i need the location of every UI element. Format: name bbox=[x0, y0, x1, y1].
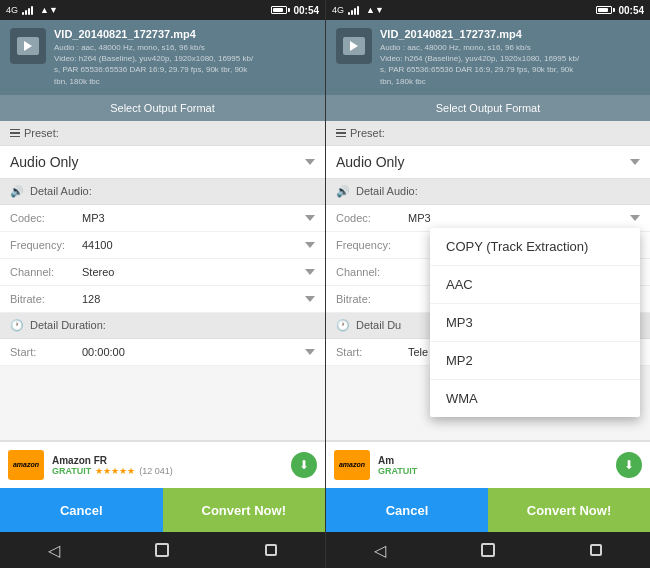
speaker-icon-2: 🔊 bbox=[336, 185, 350, 198]
ad-count-1: (12 041) bbox=[139, 466, 173, 476]
cancel-button-1[interactable]: Cancel bbox=[0, 488, 163, 532]
preset-label-2: Preset: bbox=[350, 127, 385, 139]
ad-content-1: Amazon FR GRATUIT ★★★★★ (12 041) bbox=[52, 455, 283, 476]
channel-label-2: Channel: bbox=[336, 266, 408, 278]
dropdown-item-mp3[interactable]: MP3 bbox=[430, 304, 640, 342]
preset-value-row-2[interactable]: Audio Only bbox=[326, 146, 650, 179]
network-type-1: 4G bbox=[6, 5, 18, 15]
signal-bar-4 bbox=[31, 6, 33, 15]
select-format-btn-1[interactable]: Select Output Format bbox=[0, 95, 325, 121]
signal-bar-7 bbox=[354, 8, 356, 15]
status-right-2: 00:54 bbox=[596, 5, 644, 16]
codec-label-2: Codec: bbox=[336, 212, 408, 224]
bitrate-value-1: 128 bbox=[82, 293, 305, 305]
ad-subtitle-1: GRATUIT bbox=[52, 466, 91, 476]
detail-audio-header-1: 🔊 Detail Audio: bbox=[0, 179, 325, 205]
status-left-2: 4G ▲▼ bbox=[332, 5, 384, 15]
preset-dropdown-arrow-2 bbox=[630, 159, 640, 165]
frequency-dropdown-arrow-1 bbox=[305, 242, 315, 248]
ad-download-icon-2[interactable]: ⬇ bbox=[616, 452, 642, 478]
clock-icon-2: 🕐 bbox=[336, 319, 350, 332]
file-name-2: VID_20140821_172737.mp4 bbox=[380, 28, 640, 40]
file-icon-2 bbox=[336, 28, 372, 64]
bottom-buttons-2: Cancel Convert Now! bbox=[326, 488, 650, 532]
signal-bar-8 bbox=[357, 6, 359, 15]
home-button-1[interactable] bbox=[155, 543, 169, 557]
battery-icon-2 bbox=[596, 6, 615, 14]
signal-bar-1 bbox=[22, 12, 24, 15]
channel-label-1: Channel: bbox=[10, 266, 82, 278]
signal-bar-2 bbox=[25, 10, 27, 15]
cancel-button-2[interactable]: Cancel bbox=[326, 488, 488, 532]
signal-bars-2 bbox=[348, 5, 359, 15]
clock-icon-1: 🕐 bbox=[10, 319, 24, 332]
convert-button-1[interactable]: Convert Now! bbox=[163, 488, 326, 532]
preset-label-1: Preset: bbox=[24, 127, 59, 139]
bitrate-dropdown-arrow-1 bbox=[305, 296, 315, 302]
preset-row-2: Preset: bbox=[326, 121, 650, 146]
convert-button-2[interactable]: Convert Now! bbox=[488, 488, 650, 532]
recents-button-1[interactable] bbox=[265, 544, 277, 556]
codec-dropdown-2: COPY (Track Extraction) AAC MP3 MP2 WMA bbox=[430, 228, 640, 417]
home-icon-2 bbox=[481, 543, 495, 557]
recents-button-2[interactable] bbox=[590, 544, 602, 556]
ad-banner-1[interactable]: amazon Amazon FR GRATUIT ★★★★★ (12 041) … bbox=[0, 440, 325, 488]
dropdown-item-mp2[interactable]: MP2 bbox=[430, 342, 640, 380]
ad-title-1: Amazon FR bbox=[52, 455, 283, 466]
start-dropdown-arrow-1 bbox=[305, 349, 315, 355]
file-meta-1: Audio : aac, 48000 Hz, mono, s16, 96 kb/… bbox=[54, 42, 315, 87]
frequency-value-1: 44100 bbox=[82, 239, 305, 251]
detail-audio-header-2: 🔊 Detail Audio: bbox=[326, 179, 650, 205]
codec-value-1: MP3 bbox=[82, 212, 305, 224]
file-header-1: VID_20140821_172737.mp4 Audio : aac, 480… bbox=[0, 20, 325, 95]
ad-content-2: Am GRATUIT bbox=[378, 455, 608, 476]
play-triangle-1 bbox=[24, 41, 32, 51]
start-row-1[interactable]: Start: 00:00:00 bbox=[0, 339, 325, 366]
codec-label-1: Codec: bbox=[10, 212, 82, 224]
ad-banner-2[interactable]: amazon Am GRATUIT ⬇ bbox=[326, 440, 650, 488]
battery-icon-1 bbox=[271, 6, 290, 14]
signal-bar-6 bbox=[351, 10, 353, 15]
back-icon-1: ◁ bbox=[48, 541, 60, 560]
nav-bar-2: ◁ bbox=[326, 532, 650, 568]
codec-row-1[interactable]: Codec: MP3 bbox=[0, 205, 325, 232]
back-icon-2: ◁ bbox=[374, 541, 386, 560]
menu-icon-2 bbox=[336, 129, 346, 138]
file-header-2: VID_20140821_172737.mp4 Audio : aac, 480… bbox=[326, 20, 650, 95]
ad-title-2: Am bbox=[378, 455, 608, 466]
dropdown-item-wma[interactable]: WMA bbox=[430, 380, 640, 417]
recents-icon-2 bbox=[590, 544, 602, 556]
ad-logo-1: amazon bbox=[8, 450, 44, 480]
play-triangle-2 bbox=[350, 41, 358, 51]
bottom-buttons-1: Cancel Convert Now! bbox=[0, 488, 325, 532]
frequency-label-2: Frequency: bbox=[336, 239, 408, 251]
home-button-2[interactable] bbox=[481, 543, 495, 557]
signal-bar-5 bbox=[348, 12, 350, 15]
ad-download-icon-1[interactable]: ⬇ bbox=[291, 452, 317, 478]
back-button-2[interactable]: ◁ bbox=[374, 541, 386, 560]
dropdown-item-aac[interactable]: AAC bbox=[430, 266, 640, 304]
channel-value-1: Stereo bbox=[82, 266, 305, 278]
channel-dropdown-arrow-1 bbox=[305, 269, 315, 275]
ad-stars-1: ★★★★★ bbox=[95, 466, 135, 476]
frequency-label-1: Frequency: bbox=[10, 239, 82, 251]
dropdown-item-copy[interactable]: COPY (Track Extraction) bbox=[430, 228, 640, 266]
channel-row-1[interactable]: Channel: Stereo bbox=[0, 259, 325, 286]
select-format-btn-2[interactable]: Select Output Format bbox=[326, 95, 650, 121]
phone-panel-1: 4G ▲▼ 00:54 VID_2 bbox=[0, 0, 325, 568]
content-area-1: Preset: Audio Only 🔊 Detail Audio: Codec… bbox=[0, 121, 325, 440]
signal-bar-3 bbox=[28, 8, 30, 15]
preset-value-row-1[interactable]: Audio Only bbox=[0, 146, 325, 179]
detail-duration-label-1: Detail Duration: bbox=[30, 319, 106, 331]
codec-dropdown-arrow-2 bbox=[630, 215, 640, 221]
status-bar-1: 4G ▲▼ 00:54 bbox=[0, 0, 325, 20]
ad-subtitle-2: GRATUIT bbox=[378, 466, 417, 476]
video-icon-1 bbox=[17, 37, 39, 55]
ad-logo-2: amazon bbox=[334, 450, 370, 480]
detail-audio-label-1: Detail Audio: bbox=[30, 185, 92, 197]
frequency-row-1[interactable]: Frequency: 44100 bbox=[0, 232, 325, 259]
preset-value-2: Audio Only bbox=[336, 154, 630, 170]
file-info-1: VID_20140821_172737.mp4 Audio : aac, 480… bbox=[54, 28, 315, 87]
bitrate-row-1[interactable]: Bitrate: 128 bbox=[0, 286, 325, 313]
back-button-1[interactable]: ◁ bbox=[48, 541, 60, 560]
